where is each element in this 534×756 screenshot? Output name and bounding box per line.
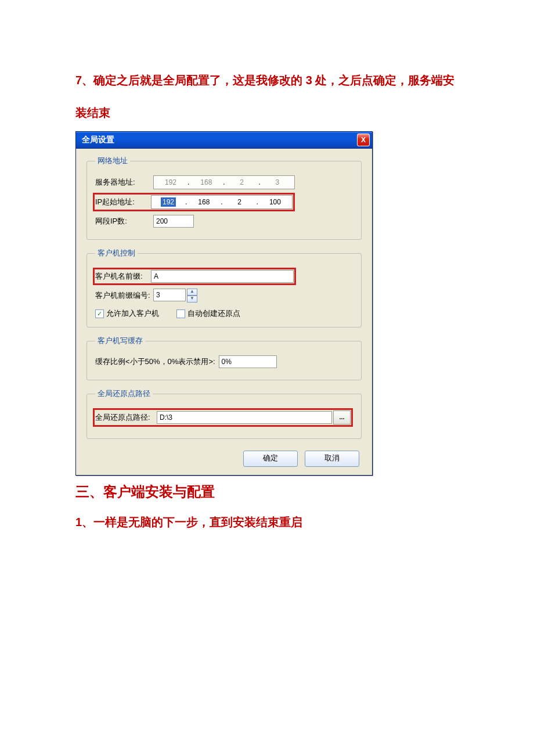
spinner-up-icon[interactable]: ▲ <box>187 289 197 296</box>
segment-count-label: 网段IP数: <box>95 216 153 226</box>
cache-ratio-input[interactable] <box>219 355 277 368</box>
client-prefix-input[interactable] <box>151 270 294 283</box>
segment-count-input[interactable] <box>153 215 194 228</box>
checkbox-empty-icon <box>176 309 185 318</box>
restore-legend: 全局还原点路径 <box>95 388 153 399</box>
server-ip-input: 192. 168. 2. 3 <box>153 175 295 189</box>
restore-path-group: 全局还原点路径 全局还原点路径: ... <box>86 388 362 439</box>
start-ip-label: IP起始地址: <box>95 197 151 207</box>
section-3-heading: 三、客户端安装与配置 <box>75 483 459 501</box>
spinner-down-icon[interactable]: ▼ <box>187 296 197 303</box>
network-legend: 网络地址 <box>95 156 130 166</box>
server-address-label: 服务器地址: <box>95 177 153 188</box>
titlebar: 全局设置 X <box>76 132 372 149</box>
cache-legend: 客户机写缓存 <box>95 336 145 346</box>
prefix-number-label: 客户机前缀编号: <box>95 290 153 301</box>
client-prefix-label: 客户机名前缀: <box>95 271 151 282</box>
instruction-step-1: 1、一样是无脑的下一步，直到安装结束重启 <box>75 506 459 538</box>
client-legend: 客户机控制 <box>95 248 138 258</box>
restore-path-label: 全局还原点路径: <box>95 412 157 423</box>
start-ip-input[interactable]: 192. 168. 2. 100 <box>151 195 293 209</box>
prefix-number-input[interactable] <box>153 289 186 301</box>
allow-join-checkbox[interactable]: ✓ 允许加入客户机 <box>95 308 159 319</box>
restore-path-input[interactable] <box>157 411 332 424</box>
auto-restore-checkbox[interactable]: 自动创建还原点 <box>176 308 240 319</box>
client-control-group: 客户机控制 客户机名前缀: 客户机前缀编号: ▲ ▼ <box>86 248 362 327</box>
browse-button[interactable]: ... <box>333 411 351 424</box>
cancel-button[interactable]: 取消 <box>305 451 359 467</box>
instruction-step-7: 7、确定之后就是全局配置了，这是我修改的 3 处，之后点确定，服务端安装结束 <box>75 64 459 129</box>
client-cache-group: 客户机写缓存 缓存比例<小于50%，0%表示禁用>: <box>86 336 362 380</box>
network-address-group: 网络地址 服务器地址: 192. 168. 2. 3 IP起始地址: 192. <box>86 156 362 240</box>
checkmark-icon: ✓ <box>95 309 104 318</box>
dialog-title: 全局设置 <box>82 135 114 145</box>
close-button[interactable]: X <box>357 134 370 146</box>
global-settings-dialog: 全局设置 X 网络地址 服务器地址: 192. 168. 2. 3 <box>75 131 373 476</box>
ok-button[interactable]: 确定 <box>243 451 298 467</box>
cache-ratio-label: 缓存比例<小于50%，0%表示禁用>: <box>95 357 215 367</box>
